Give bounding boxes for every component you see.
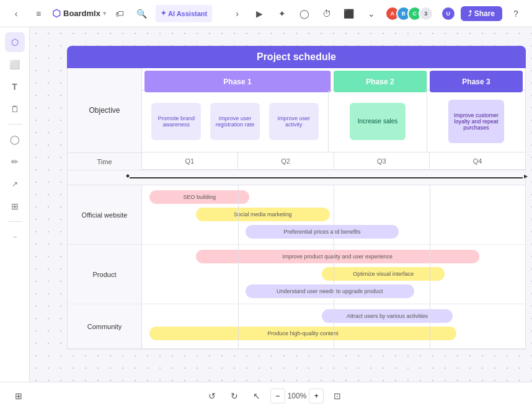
quarter-q3: Q3: [334, 152, 430, 169]
chat-button[interactable]: ◯: [296, 5, 313, 22]
toolbar-left: ‹ ≡ ⬡ Boardmlx ▾ 🏷 🔍 ✦ AI Assistant: [7, 5, 224, 22]
app-title: Boardmlx: [63, 9, 100, 18]
gantt-title: Project schedule: [257, 51, 336, 63]
community-row: Community Attract users by various activ…: [68, 304, 525, 349]
sidebar-item-multicolor[interactable]: ⬡: [5, 32, 25, 52]
fit-button[interactable]: ⊡: [329, 387, 346, 405]
ai-assistant-button[interactable]: ✦ AI Assistant: [156, 5, 212, 22]
phases-row: Phase 1 Phase 2 Phase 3: [142, 68, 525, 90]
sidebar-item-more[interactable]: ···: [5, 227, 25, 247]
export-button[interactable]: ⬛: [340, 5, 358, 22]
phase1-header: Phase 1: [144, 71, 331, 92]
sticky-note-icon: 🗒: [11, 104, 19, 114]
chevron-down-icon[interactable]: ▾: [103, 10, 106, 17]
community-bars: Attract users by various activities Prod…: [142, 304, 525, 348]
forward-button[interactable]: ›: [229, 5, 246, 22]
share-button[interactable]: ⤴ Share: [461, 6, 502, 21]
multicolor-icon: ⬡: [11, 37, 19, 47]
bottom-center: ↺ ↻ ↖ − 100% + ⊡: [203, 387, 347, 405]
sidebar-item-text[interactable]: T: [5, 77, 25, 97]
help-button[interactable]: ?: [507, 5, 525, 22]
zoom-in-button[interactable]: +: [309, 389, 324, 403]
shape-icon: ◯: [10, 134, 20, 144]
more-icon: ···: [13, 234, 16, 240]
phase1-objectives: Promote brand awareness Improve user reg…: [142, 90, 329, 152]
quarter-q1: Q1: [142, 152, 238, 169]
menu-button[interactable]: ≡: [30, 5, 47, 22]
sidebar-item-shape[interactable]: ◯: [5, 130, 25, 149]
pen-icon: ✏: [11, 157, 19, 167]
text-icon: T: [12, 82, 17, 92]
quarter-q2: Q2: [238, 152, 334, 169]
sidebar-item-connector[interactable]: ↗: [5, 174, 25, 194]
official-website-row: Official website SEO building Social med…: [68, 185, 525, 245]
sidebar-item-sticky[interactable]: 🗒: [5, 99, 25, 119]
objectives-row: Promote brand awareness Improve user reg…: [142, 90, 525, 152]
obj-card-1: Promote brand awareness: [151, 103, 201, 140]
search-button[interactable]: 🔍: [133, 5, 151, 22]
quarter-q4: Q4: [430, 152, 525, 169]
app-logo-icon: ⬡: [52, 7, 61, 19]
share-label: Share: [474, 9, 495, 18]
optimize-visual-bar: Optimize visual interface: [322, 267, 445, 281]
more-options-button[interactable]: ⌄: [363, 5, 380, 22]
zoom-out-button[interactable]: −: [270, 389, 285, 403]
bottom-toolbar: ⊞ ↺ ↻ ↖ − 100% + ⊡: [0, 382, 532, 409]
community-label: Community: [68, 304, 142, 348]
share-icon: ⤴: [468, 9, 472, 18]
redo-button[interactable]: ↻: [226, 387, 243, 405]
sidebar-item-pen[interactable]: ✏: [5, 152, 25, 172]
timeline-row: [67, 170, 526, 185]
tag-button[interactable]: 🏷: [111, 5, 128, 22]
main-canvas[interactable]: Project schedule Objective Time Phase 1: [30, 27, 532, 382]
add-frame-button[interactable]: ⊞: [10, 387, 27, 405]
sidebar-item-table[interactable]: ⊞: [5, 196, 25, 216]
gantt-header: Objective Time Phase 1 Phase 2 Phase 3: [67, 68, 526, 170]
objective-label-cell: Objective Time: [68, 68, 142, 170]
cursor-button[interactable]: ↖: [248, 387, 265, 405]
obj-card-3: Improve user activity: [269, 103, 319, 140]
left-sidebar: ⬡ ⬜ T 🗒 ◯ ✏ ↗ ⊞ ···: [0, 27, 30, 382]
product-bars: Improve product quality and user experie…: [142, 245, 525, 304]
toolbar-right: › ▶ ✦ ◯ ⏱ ⬛ ⌄ A B C 3 U ⤴ Share ?: [229, 5, 525, 22]
product-label: Product: [68, 245, 142, 304]
phase2-obj-card: Increase sales: [350, 103, 406, 140]
timeline-arrow: [130, 177, 523, 178]
top-toolbar: ‹ ≡ ⬡ Boardmlx ▾ 🏷 🔍 ✦ AI Assistant › ▶ …: [0, 0, 532, 27]
back-button[interactable]: ‹: [7, 5, 25, 22]
gantt-chart: Project schedule Objective Time Phase 1: [67, 46, 526, 350]
phase3-objectives: Improve customer loyalty and repeat purc…: [427, 90, 525, 152]
preferential-bar: Preferential prices and benefits: [246, 225, 399, 239]
phase3-obj-card: Improve customer loyalty and repeat purc…: [448, 100, 504, 143]
obj-card-2: Improve user registration rate: [210, 103, 260, 140]
avatar-group: A B C 3: [385, 6, 433, 21]
gantt-title-bar: Project schedule: [67, 46, 526, 68]
produce-content-bar: Produce high-quality content: [149, 327, 456, 340]
phase2-header: Phase 2: [334, 71, 427, 92]
ai-assistant-label: AI Assistant: [168, 10, 207, 17]
gantt-body: Official website SEO building Social med…: [67, 185, 526, 350]
avatar-count: 3: [419, 6, 433, 21]
phase3-header: Phase 3: [430, 71, 523, 92]
official-website-bars: SEO building Social media marketing Pref…: [142, 185, 525, 244]
header-phases: Phase 1 Phase 2 Phase 3 Promote brand aw…: [142, 68, 525, 170]
quarters-row: Q1 Q2 Q3 Q4: [142, 152, 525, 170]
attract-users-bar: Attract users by various activities: [322, 309, 452, 323]
objective-label: Objective: [89, 68, 120, 152]
seo-building-bar: SEO building: [149, 190, 249, 204]
official-website-label: Official website: [68, 185, 142, 244]
app-name: ⬡ Boardmlx ▾: [52, 7, 106, 19]
sidebar-divider: [7, 124, 22, 125]
current-user-avatar: U: [441, 6, 456, 21]
play-button[interactable]: ▶: [251, 5, 268, 22]
understand-user-bar: Understand user needs to upgrade product: [246, 284, 414, 298]
timer-button[interactable]: ⏱: [318, 5, 335, 22]
sidebar-item-frame[interactable]: ⬜: [5, 55, 25, 74]
bottom-left: ⊞: [10, 387, 27, 405]
connector-icon: ↗: [12, 180, 18, 188]
star-button[interactable]: ✦: [273, 5, 291, 22]
undo-button[interactable]: ↺: [203, 387, 221, 405]
social-media-bar: Social media marketing: [196, 208, 330, 221]
table-icon: ⊞: [11, 201, 19, 211]
product-row: Product Improve product quality and user…: [68, 245, 525, 304]
